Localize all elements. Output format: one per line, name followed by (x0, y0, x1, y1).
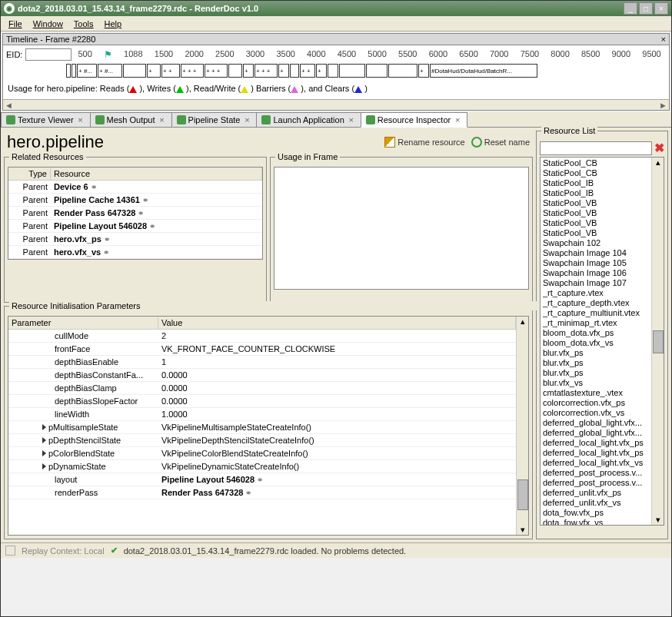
timeline-segment[interactable] (66, 64, 71, 78)
related-row[interactable]: ParentDevice 6 ⚭ (8, 181, 262, 194)
col-header-type[interactable]: Type (8, 168, 51, 180)
timeline-segment[interactable]: + (243, 64, 254, 78)
timeline-segment[interactable] (328, 64, 338, 78)
tab-mesh-output[interactable]: Mesh Output× (90, 112, 172, 127)
resource-list-item[interactable]: dota_fow.vfx_ps (543, 508, 649, 518)
param-row[interactable]: pDepthStencilStateVkPipelineDepthStencil… (8, 434, 516, 447)
resource-list-item[interactable]: cmtatlastexture_.vtex (543, 388, 649, 398)
timeline-segment[interactable] (72, 64, 76, 78)
timeline-segment[interactable] (339, 64, 365, 78)
param-row[interactable]: frontFaceVK_FRONT_FACE_COUNTER_CLOCKWISE (8, 343, 516, 356)
expand-icon[interactable] (42, 463, 46, 469)
related-row[interactable]: Parenthero.vfx_vs ⚭ (8, 246, 262, 259)
resource-list-item[interactable]: deferred_post_process.v... (543, 478, 649, 488)
close-button[interactable]: × (654, 2, 668, 15)
timeline-segment[interactable] (366, 64, 388, 78)
eid-input[interactable] (25, 48, 72, 61)
timeline-segment[interactable]: + + + (181, 64, 204, 78)
resource-list-item[interactable]: StaticPool_IB (543, 188, 649, 198)
resource-list-item[interactable]: StaticPool_VB (543, 228, 649, 238)
minimize-button[interactable]: _ (624, 2, 637, 15)
resource-list-item[interactable]: colorcorrection.vfx_ps (543, 398, 649, 408)
resource-list-item[interactable]: deferred_global_light.vfx... (543, 428, 649, 438)
param-row[interactable]: renderPassRender Pass 647328 ⚭ (8, 486, 516, 499)
resource-list-item[interactable]: StaticPool_IB (543, 178, 649, 188)
tab-close-icon[interactable]: × (242, 115, 251, 124)
expand-icon[interactable] (42, 437, 46, 443)
resource-list-item[interactable]: _rt_minimap_rt.vtex (543, 318, 649, 328)
resource-list-item[interactable]: Swapchain Image 104 (543, 248, 649, 258)
resource-list-item[interactable]: Swapchain Image 106 (543, 268, 649, 278)
tab-resource-inspector[interactable]: Resource Inspector× (361, 112, 467, 128)
resource-list-item[interactable]: blur.vfx_ps (543, 368, 649, 378)
params-vscroll[interactable]: ▴▾ (516, 317, 528, 535)
resource-list-item[interactable]: colorcorrection.vfx_vs (543, 408, 649, 418)
timeline-segment[interactable]: + #... (77, 64, 97, 78)
tab-close-icon[interactable]: × (158, 115, 167, 124)
related-row[interactable]: ParentPipeline Cache 14361 ⚭ (8, 194, 262, 207)
timeline-segment[interactable]: #DotaHud/DotaHud/BatchR... (430, 64, 537, 78)
timeline-boxes[interactable]: + #...+ #...++ ++ + ++ + +++ + +++ +++#D… (66, 64, 666, 78)
timeline-segment[interactable] (123, 64, 146, 78)
col-header-resource[interactable]: Resource (51, 168, 262, 180)
param-row[interactable]: depthBiasClamp0.0000 (8, 382, 516, 395)
resource-list-item[interactable]: blur.vfx_ps (543, 358, 649, 368)
resource-list-item[interactable]: blur.vfx_vs (543, 378, 649, 388)
resource-list-item[interactable]: deferred_post_process.v... (543, 468, 649, 478)
maximize-button[interactable]: □ (639, 2, 653, 15)
expand-icon[interactable] (42, 450, 46, 456)
timeline-segment[interactable] (228, 64, 242, 78)
timeline-segment[interactable]: + (278, 64, 289, 78)
timeline-segment[interactable]: + (147, 64, 161, 78)
col-header-param[interactable]: Parameter (8, 317, 158, 329)
resource-list-item[interactable]: Swapchain 102 (543, 238, 649, 248)
timeline-segment[interactable]: + + (161, 64, 180, 78)
reset-name-button[interactable]: Reset name (471, 137, 530, 148)
timeline-segment[interactable] (290, 64, 299, 78)
timeline-segment[interactable]: + + + (205, 64, 228, 78)
resource-list-item[interactable]: deferred_unlit.vfx_ps (543, 488, 649, 498)
resource-list-item[interactable]: _rt_capture_depth.vtex (543, 298, 649, 308)
param-row[interactable]: depthBiasConstantFa...0.0000 (8, 369, 516, 382)
param-row[interactable]: lineWidth1.0000 (8, 408, 516, 421)
expand-icon[interactable] (42, 424, 46, 430)
param-row[interactable]: depthBiasEnable1 (8, 356, 516, 369)
resource-list-item[interactable]: Swapchain Image 105 (543, 258, 649, 268)
param-row[interactable]: cullMode2 (8, 330, 516, 343)
related-row[interactable]: Parenthero.vfx_ps ⚭ (8, 233, 262, 246)
tab-launch-application[interactable]: Launch Application× (256, 112, 361, 127)
timeline-segment[interactable]: + (418, 64, 429, 78)
rename-button[interactable]: Rename resource (384, 137, 464, 148)
tab-close-icon[interactable]: × (453, 115, 462, 124)
timeline-hscroll[interactable]: ◄► (3, 99, 669, 110)
resource-list-item[interactable]: blur.vfx_ps (543, 348, 649, 358)
param-row[interactable]: depthBiasSlopeFactor0.0000 (8, 395, 516, 408)
resource-list-item[interactable]: StaticPool_VB (543, 208, 649, 218)
timeline-segment[interactable] (388, 64, 418, 78)
col-header-value[interactable]: Value (158, 317, 516, 329)
param-row[interactable]: layoutPipeline Layout 546028 ⚭ (8, 473, 516, 486)
tab-texture-viewer[interactable]: Texture Viewer× (1, 112, 91, 127)
param-row[interactable]: pColorBlendStateVkPipelineColorBlendStat… (8, 447, 516, 460)
resource-list-item[interactable]: deferred_local_light.vfx_ps (543, 448, 649, 458)
resource-list-item[interactable]: Swapchain Image 107 (543, 278, 649, 288)
menu-window[interactable]: Window (28, 18, 68, 30)
timeline-segment[interactable]: + + (300, 64, 315, 78)
resource-list-item[interactable]: deferred_local_light.vfx_vs (543, 458, 649, 468)
resource-list-item[interactable]: deferred_local_light.vfx_ps (543, 438, 649, 448)
timeline-close-icon[interactable]: × (661, 35, 666, 44)
timeline-segment[interactable]: + + + (254, 64, 278, 78)
resource-list-item[interactable]: _rt_capture.vtex (543, 288, 649, 298)
related-row[interactable]: ParentPipeline Layout 546028 ⚭ (8, 220, 262, 233)
reslist-vscroll[interactable]: ▴▾ (651, 158, 664, 525)
resource-list-item[interactable]: dota_fow.vfx_vs (543, 518, 649, 526)
resource-list-item[interactable]: StaticPool_CB (543, 168, 649, 178)
resource-list-item[interactable]: deferred_unlit.vfx_vs (543, 498, 649, 508)
resource-list-item[interactable]: bloom_dota.vfx_vs (543, 338, 649, 348)
resource-list-item[interactable]: StaticPool_VB (543, 218, 649, 228)
tab-close-icon[interactable]: × (347, 115, 356, 124)
timeline-segment[interactable]: + (316, 64, 327, 78)
resource-search-input[interactable] (540, 141, 652, 155)
param-row[interactable]: pMultisampleStateVkPipelineMultisampleSt… (8, 421, 516, 434)
related-row[interactable]: ParentRender Pass 647328 ⚭ (8, 207, 262, 220)
